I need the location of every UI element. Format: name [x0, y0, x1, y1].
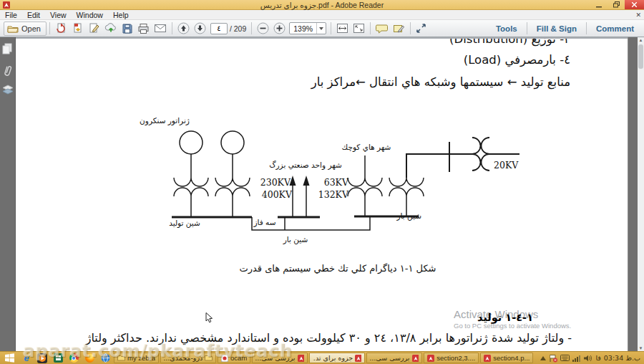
action-center-flag-icon[interactable] [549, 354, 557, 363]
cloud-upload-button[interactable] [102, 21, 119, 36]
kv-20-label: 20KV [494, 160, 519, 171]
fit-page-button[interactable] [351, 21, 367, 36]
section-heading: ١-٤-١ توليد [477, 312, 533, 323]
print-icon [137, 23, 150, 34]
aparat-watermark: aparat.com/pkaraftvteach [23, 341, 293, 361]
menu-file[interactable]: File [0, 11, 22, 19]
menu-help[interactable]: Help [108, 11, 134, 19]
export-pdf-icon [72, 22, 84, 34]
comment-panel-button[interactable]: Comment [590, 24, 640, 33]
generator-symbol [180, 131, 203, 154]
save-icon [122, 23, 133, 34]
sticky-note-button[interactable] [391, 21, 407, 36]
create-pdf-button[interactable] [53, 21, 69, 36]
open-label: Open [21, 24, 41, 33]
menu-bar: File Edit View Window Help ✕ [0, 10, 644, 20]
page-thumbnails-icon[interactable] [2, 43, 13, 57]
clock[interactable]: ب.ظ 03:34 [604, 354, 640, 362]
comment-bubble-icon [376, 24, 389, 34]
start-button[interactable] [0, 352, 19, 364]
mouse-cursor [205, 312, 215, 324]
generator-symbol [221, 131, 244, 154]
zoom-level-select[interactable]: 139% [289, 22, 326, 34]
fit-width-icon [336, 23, 348, 34]
page-down-icon [194, 22, 206, 34]
fill-sign-button[interactable]: Fill & Sign [530, 24, 583, 33]
pdf-icon [427, 355, 434, 362]
comment-bubble-button[interactable] [374, 21, 391, 36]
menu-view[interactable]: View [45, 11, 72, 19]
generator-label: ژنراتور سنكرون [140, 116, 190, 125]
pdf-icon [484, 355, 491, 362]
zoom-out-button[interactable] [255, 21, 271, 36]
fullscreen-button[interactable] [414, 21, 429, 36]
page-up-icon [177, 22, 190, 34]
close-document-icon[interactable]: ✕ [635, 11, 641, 19]
scroll-down-icon[interactable]: ▼ [638, 346, 643, 350]
right-sidebar [628, 37, 638, 351]
page-number-input[interactable] [210, 23, 228, 34]
fit-width-button[interactable] [334, 21, 351, 36]
pdf-icon [412, 355, 419, 362]
kv-230-label: 230KV [260, 177, 291, 188]
zoom-out-icon [257, 22, 269, 34]
open-button[interactable]: Open [4, 21, 47, 36]
system-tray: فا ب.ظ 03:34 [540, 354, 644, 363]
toolbar-right-panel: Tools Fill & Sign Comment [489, 22, 640, 34]
network-signal-icon[interactable] [572, 355, 581, 362]
cloud-upload-icon [104, 22, 117, 34]
language-indicator[interactable]: فا [595, 354, 600, 362]
taskbar-button-active[interactable]: جزوه برای تد... [309, 353, 365, 363]
previous-page-button[interactable] [175, 21, 192, 36]
power-system-diagram: ژنراتور سنكرون شين توليد سه فاز شين بار … [16, 39, 628, 351]
three-phase-label: سه فاز [253, 218, 275, 227]
pdf-icon [298, 355, 305, 362]
load-bus-label: شين بار [396, 211, 422, 221]
attachments-paperclip-icon[interactable] [2, 64, 13, 80]
email-icon [154, 24, 167, 33]
sign-edit-icon [88, 22, 100, 34]
left-sidebar [0, 37, 16, 351]
touch-keyboard-icon[interactable] [560, 355, 570, 361]
vertical-scrollbar[interactable]: ▲ ▼ [638, 37, 644, 351]
taskbar-button[interactable]: section2,3.... [424, 353, 479, 363]
next-page-button[interactable] [192, 21, 208, 36]
pdf-icon [355, 355, 361, 362]
save-button[interactable] [119, 21, 135, 36]
menu-edit[interactable]: Edit [22, 11, 45, 19]
figure-caption: شكل ١-١ دياگرام كلي تك خطي سيستم هاى قدر… [209, 263, 467, 274]
chevron-down-icon [319, 27, 323, 30]
zoom-dropdown-button[interactable] [316, 23, 326, 34]
sticky-note-icon [393, 24, 405, 34]
email-button[interactable] [152, 21, 169, 36]
big-city-label: شهر واحد صنعتي بزرگ [269, 160, 342, 170]
zoom-level-value: 139% [290, 24, 316, 33]
document-workspace: ٣- توزيع (Distribution) ٤- بارمصرفي (Loa… [0, 37, 644, 351]
export-pdf-button[interactable] [69, 21, 86, 36]
sign-edit-button[interactable] [86, 21, 102, 36]
page-total: / 209 [230, 24, 246, 33]
kv-63-label: 63KV [324, 177, 349, 188]
print-button[interactable] [135, 21, 152, 36]
layers-icon[interactable] [2, 85, 14, 97]
zoom-in-button[interactable] [271, 21, 288, 36]
taskbar-button[interactable]: section4.p... [480, 353, 533, 363]
hidden-icons-chevron-icon[interactable] [540, 356, 546, 360]
fullscreen-arrows-icon [416, 23, 426, 34]
scrollbar-thumb[interactable] [638, 44, 643, 69]
tools-button[interactable]: Tools [489, 24, 524, 33]
zoom-in-icon [273, 22, 286, 34]
window-title: جزوه برای تدریس.pdf - Adobe Reader [0, 1, 644, 9]
windows-logo-icon [5, 353, 14, 363]
scroll-up-icon[interactable]: ▲ [638, 38, 643, 42]
speaker-icon[interactable] [584, 355, 592, 362]
menu-window[interactable]: Window [72, 11, 108, 19]
gen-bus-label: شين توليد [169, 219, 200, 228]
kv-400-label: 400KV [262, 189, 293, 200]
taskbar-button[interactable]: بررسی سی... [366, 353, 422, 363]
fit-page-icon [353, 23, 365, 34]
open-folder-icon [7, 24, 19, 33]
pdf-page: ٣- توزيع (Distribution) ٤- بارمصرفي (Loa… [16, 37, 628, 351]
kv-132-label: 132KV [318, 189, 349, 200]
title-bar[interactable]: جزوه برای تدریس.pdf - Adobe Reader [0, 0, 644, 10]
